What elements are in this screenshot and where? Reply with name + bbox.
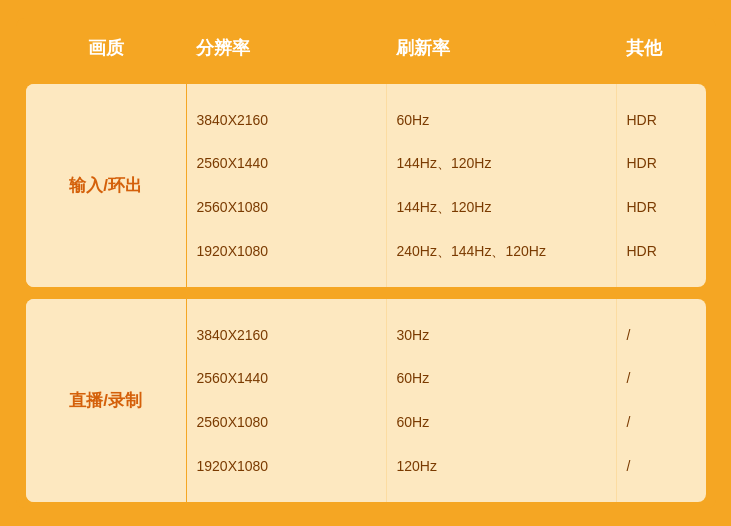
row-label-input: 输入/环出 xyxy=(26,84,186,287)
res-live-3: 2560X1080 xyxy=(197,411,376,433)
header-quality: 画质 xyxy=(26,36,186,60)
oth-input-4: HDR xyxy=(627,240,706,262)
oth-input-1: HDR xyxy=(627,109,706,131)
ref-live-4: 120Hz xyxy=(397,455,606,477)
row-label-live: 直播/录制 xyxy=(26,299,186,502)
oth-live-1: / xyxy=(627,324,706,346)
ref-input-2: 144Hz、120Hz xyxy=(397,152,606,174)
col-resolutions-live: 3840X2160 2560X1440 2560X1080 1920X1080 xyxy=(187,299,387,502)
col-refresh-live: 30Hz 60Hz 60Hz 120Hz xyxy=(387,299,617,502)
row-data-live: 3840X2160 2560X1440 2560X1080 1920X1080 … xyxy=(186,299,706,502)
res-live-1: 3840X2160 xyxy=(197,324,376,346)
table-header: 画质 分辨率 刷新率 其他 xyxy=(16,18,716,78)
table-body: 输入/环出 3840X2160 2560X1440 2560X1080 1920… xyxy=(16,78,716,508)
ref-input-1: 60Hz xyxy=(397,109,606,131)
table-row: 直播/录制 3840X2160 2560X1440 2560X1080 1920… xyxy=(26,299,706,502)
res-input-1: 3840X2160 xyxy=(197,109,376,131)
ref-live-2: 60Hz xyxy=(397,367,606,389)
ref-input-3: 144Hz、120Hz xyxy=(397,196,606,218)
row-data-input: 3840X2160 2560X1440 2560X1080 1920X1080 … xyxy=(186,84,706,287)
col-other-live: / / / / xyxy=(617,299,706,502)
oth-live-2: / xyxy=(627,367,706,389)
table-row: 输入/环出 3840X2160 2560X1440 2560X1080 1920… xyxy=(26,84,706,287)
main-container: 画质 分辨率 刷新率 其他 输入/环出 3840X2160 2560X1440 … xyxy=(16,18,716,508)
col-refresh-input: 60Hz 144Hz、120Hz 144Hz、120Hz 240Hz、144Hz… xyxy=(387,84,617,287)
oth-live-4: / xyxy=(627,455,706,477)
header-other: 其他 xyxy=(616,36,716,60)
col-other-input: HDR HDR HDR HDR xyxy=(617,84,706,287)
res-live-2: 2560X1440 xyxy=(197,367,376,389)
oth-input-2: HDR xyxy=(627,152,706,174)
oth-live-3: / xyxy=(627,411,706,433)
res-input-3: 2560X1080 xyxy=(197,196,376,218)
ref-input-4: 240Hz、144Hz、120Hz xyxy=(397,240,606,262)
col-resolutions-input: 3840X2160 2560X1440 2560X1080 1920X1080 xyxy=(187,84,387,287)
res-live-4: 1920X1080 xyxy=(197,455,376,477)
res-input-4: 1920X1080 xyxy=(197,240,376,262)
ref-live-1: 30Hz xyxy=(397,324,606,346)
oth-input-3: HDR xyxy=(627,196,706,218)
header-refresh: 刷新率 xyxy=(386,36,616,60)
res-input-2: 2560X1440 xyxy=(197,152,376,174)
ref-live-3: 60Hz xyxy=(397,411,606,433)
header-resolution: 分辨率 xyxy=(186,36,386,60)
